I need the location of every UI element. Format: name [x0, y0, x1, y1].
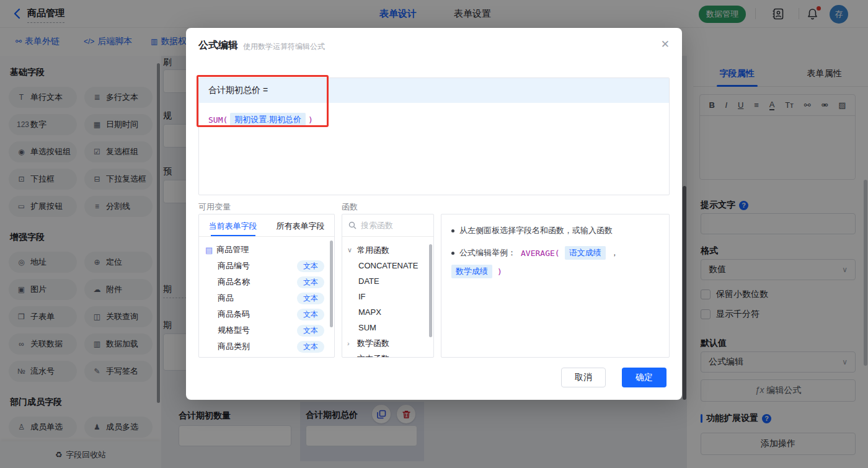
variable-item[interactable]: 商品编号 文本 [205, 258, 330, 274]
hint-example-close: ) [497, 267, 502, 276]
function-search-input[interactable] [361, 221, 420, 230]
tab-all-form-fields[interactable]: 所有表单字段 [267, 214, 334, 236]
caret-right-icon: › [347, 355, 353, 358]
variable-type-badge: 文本 [297, 293, 324, 304]
variables-tabs: 当前表单字段 所有表单字段 [199, 214, 334, 237]
functions-panel: ∨ 常用函数 CONCATENATEDATEIFMAPXSUM › 数学函数 ›… [342, 214, 434, 358]
caret-right-icon: › [347, 340, 353, 347]
variables-label: 可用变量 [198, 201, 231, 213]
functions-tree: ∨ 常用函数 CONCATENATEDATEIFMAPXSUM › 数学函数 ›… [342, 237, 433, 358]
bullet-icon [451, 252, 454, 255]
search-icon [348, 221, 356, 229]
function-search [342, 214, 433, 237]
hint-example-function: AVERAGE( [521, 249, 560, 258]
function-item[interactable]: CONCATENATE [347, 258, 431, 273]
variable-type-badge: 文本 [297, 276, 324, 288]
caret-down-icon: ∨ [347, 246, 353, 254]
variable-type-badge: 文本 [297, 260, 324, 272]
variable-item[interactable]: 商品条码 文本 [205, 306, 330, 322]
tree-root-label: 商品管理 [216, 244, 249, 255]
bullet-icon [451, 229, 454, 232]
form-doc-icon: ▤ [205, 245, 213, 255]
formula-target-text: 合计期初总价 = [208, 85, 268, 96]
hint-text: 从左侧面板选择字段名和函数，或输入函数 [459, 225, 613, 236]
variable-type-badge: 文本 [297, 325, 324, 337]
function-group-text[interactable]: › 文本函数 [347, 351, 431, 358]
modal-title: 公式编辑 [198, 39, 238, 52]
functions-list: CONCATENATEDATEIFMAPXSUM [347, 258, 431, 335]
modal-footer: 取消 确定 [561, 368, 666, 387]
formula-editor-modal: 公式编辑 使用数学运算符编辑公式 ✕ 合计期初总价 = SUM( 期初设置.期初… [186, 28, 682, 400]
function-group-label: 常用函数 [357, 245, 389, 256]
functions-label: 函数 [342, 201, 358, 213]
tab-current-form-fields[interactable]: 当前表单字段 [199, 214, 267, 236]
variable-type-badge: 文本 [297, 309, 324, 320]
variable-item[interactable]: 商品名称 文本 [205, 274, 330, 290]
variables-scrollbar[interactable] [330, 241, 333, 327]
function-group-common[interactable]: ∨ 常用函数 [347, 242, 431, 258]
formula-function-close: ) [308, 115, 313, 125]
hints-panel: 从左侧面板选择字段名和函数，或输入函数 公式编辑举例： AVERAGE( 语文成… [441, 214, 670, 358]
hint-example-separator: ， [611, 247, 619, 258]
functions-scrollbar[interactable] [429, 244, 432, 337]
variable-name: 商品 [218, 293, 234, 304]
modal-subtitle: 使用数学运算符编辑公式 [243, 42, 325, 52]
variable-name: 商品条码 [218, 309, 250, 320]
hint-example-prefix: 公式编辑举例： [459, 247, 516, 258]
close-icon[interactable]: ✕ [661, 38, 670, 51]
formula-target-row: 合计期初总价 = [199, 78, 669, 103]
variable-item[interactable]: 规格型号 文本 [205, 322, 330, 338]
function-item[interactable]: DATE [347, 273, 431, 289]
formula-editor-box[interactable]: 合计期初总价 = SUM( 期初设置.期初总价 ) [198, 77, 670, 195]
variables-tree: ▤ 商品管理 商品编号 文本 商品名称 文本 商品 [199, 237, 334, 355]
function-item[interactable]: IF [347, 289, 431, 304]
variables-panel: 当前表单字段 所有表单字段 ▤ 商品管理 商品编号 文本 商品名称 文本 [198, 214, 335, 358]
variable-name: 规格型号 [218, 325, 250, 336]
function-group-label: 文本函数 [357, 353, 389, 358]
function-item[interactable]: SUM [347, 320, 431, 335]
variable-name: 商品编号 [218, 260, 250, 272]
formula-function-open: SUM( [208, 115, 228, 125]
tree-root-item[interactable]: ▤ 商品管理 [205, 242, 330, 258]
function-group-math[interactable]: › 数学函数 [347, 335, 431, 351]
hint-example-chip: 语文成绩 [565, 246, 606, 260]
variable-item[interactable]: 商品 文本 [205, 290, 330, 306]
variable-item[interactable]: 商品类别 文本 [205, 338, 330, 355]
hint-example-chip: 数学成绩 [451, 265, 492, 278]
function-group-label: 数学函数 [357, 338, 389, 349]
hint-line-1: 从左侧面板选择字段名和函数，或输入函数 [451, 225, 659, 236]
variable-name: 商品名称 [218, 276, 250, 288]
variable-name: 商品类别 [218, 341, 250, 352]
confirm-button[interactable]: 确定 [622, 368, 666, 387]
cancel-button[interactable]: 取消 [561, 368, 606, 387]
variables-list: 商品编号 文本 商品名称 文本 商品 文本 商品条码 [205, 258, 330, 355]
function-item[interactable]: MAPX [347, 304, 431, 320]
hint-line-2: 公式编辑举例： AVERAGE( 语文成绩 ， 数学成绩 ) [451, 246, 659, 278]
variable-type-badge: 文本 [297, 341, 324, 353]
formula-field-chip[interactable]: 期初设置.期初总价 [230, 113, 306, 126]
formula-expression[interactable]: SUM( 期初设置.期初总价 ) [199, 103, 669, 136]
